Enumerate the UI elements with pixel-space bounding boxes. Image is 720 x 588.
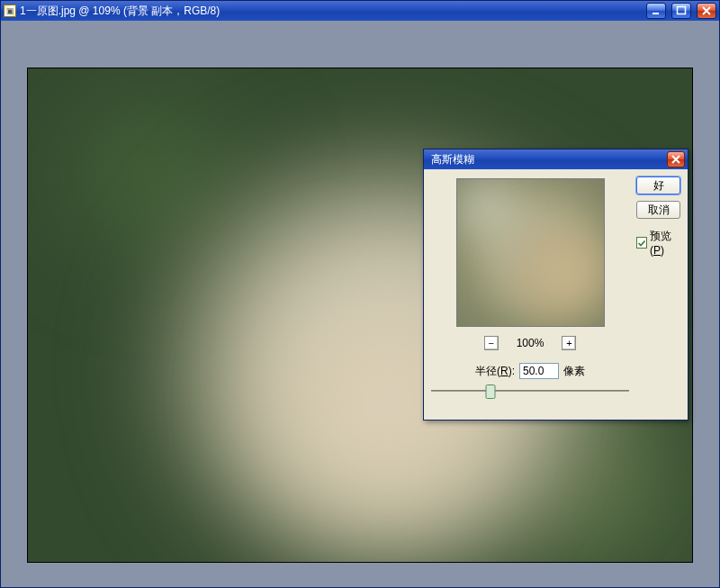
radius-unit-label: 像素 — [563, 364, 585, 379]
cancel-button[interactable]: 取消 — [636, 201, 680, 219]
svg-rect-0 — [652, 13, 659, 14]
minimize-button[interactable] — [646, 3, 666, 19]
dialog-body: − 100% + 半径(R): 像素 好 取消 — [424, 169, 688, 420]
check-icon — [637, 239, 646, 248]
preview-checkbox-label: 预览(P) — [650, 229, 680, 257]
slider-track — [431, 390, 629, 392]
zoom-percent-label: 100% — [517, 337, 544, 349]
document-chrome-spacer — [8, 21, 712, 50]
gaussian-blur-dialog: 高斯模糊 − 100% + 半径(R): — [423, 149, 688, 421]
document-title: 1一原图.jpg @ 109% (背景 副本，RGB/8) — [20, 4, 220, 19]
plus-icon: + — [566, 339, 572, 348]
slider-thumb[interactable] — [486, 384, 496, 399]
maximize-button[interactable] — [671, 3, 691, 19]
radius-input[interactable] — [519, 363, 559, 379]
dialog-titlebar[interactable]: 高斯模糊 — [424, 149, 688, 169]
svg-rect-1 — [678, 7, 686, 14]
zoom-in-button[interactable]: + — [562, 336, 576, 350]
dialog-close-button[interactable] — [667, 151, 685, 167]
close-button[interactable] — [697, 3, 716, 19]
dialog-title: 高斯模糊 — [431, 152, 667, 167]
minus-icon: − — [488, 339, 493, 348]
document-titlebar: ▣ 1一原图.jpg @ 109% (背景 副本，RGB/8) — [1, 1, 719, 21]
app-document-icon: ▣ — [4, 5, 16, 17]
preview-checkbox[interactable] — [636, 237, 647, 249]
ok-button[interactable]: 好 — [636, 176, 680, 194]
radius-slider[interactable] — [431, 383, 629, 399]
filter-preview-box[interactable] — [456, 178, 605, 327]
zoom-out-button[interactable]: − — [484, 336, 499, 350]
radius-label: 半径(R): — [475, 364, 515, 379]
